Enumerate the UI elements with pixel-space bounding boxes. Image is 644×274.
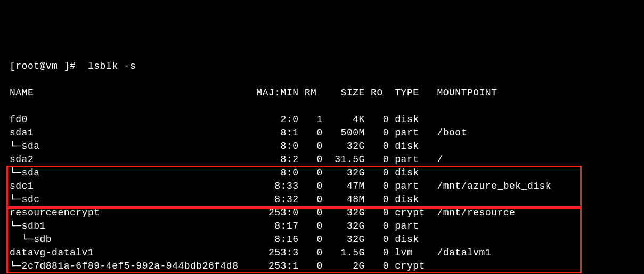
lsblk-row: └─sda 8:0 0 32G 0 disk <box>10 166 634 180</box>
lsblk-row: └─2c7d881a-6f89-4ef5-992a-944bdb26f4d8 2… <box>10 260 634 273</box>
command-line: [root@vm ]# lsblk -s <box>10 60 634 73</box>
lsblk-row: └─sdc 8:32 0 48M 0 disk <box>10 193 634 206</box>
lsblk-row: fd0 2:0 1 4K 0 disk <box>10 113 634 126</box>
lsblk-row: └─sdb 8:16 0 32G 0 disk <box>10 233 634 246</box>
header-line: NAME MAJ:MIN RM SIZE RO TYPE MOUNTPOINT <box>10 86 634 100</box>
lsblk-output: fd0 2:0 1 4K 0 disk sda1 8:1 0 500M 0 pa… <box>10 113 634 274</box>
lsblk-row: sda1 8:1 0 500M 0 part /boot <box>10 126 634 140</box>
lsblk-row: └─sda 8:0 0 32G 0 disk <box>10 140 634 153</box>
lsblk-row: resourceencrypt 253:0 0 32G 0 crypt /mnt… <box>10 206 634 220</box>
lsblk-row: sda2 8:2 0 31.5G 0 part / <box>10 153 634 166</box>
lsblk-row: └─sdb1 8:17 0 32G 0 part <box>10 220 634 233</box>
lsblk-row: datavg-datalv1 253:3 0 1.5G 0 lvm /datal… <box>10 246 634 260</box>
lsblk-row: sdc1 8:33 0 47M 0 part /mnt/azure_bek_di… <box>10 180 634 193</box>
